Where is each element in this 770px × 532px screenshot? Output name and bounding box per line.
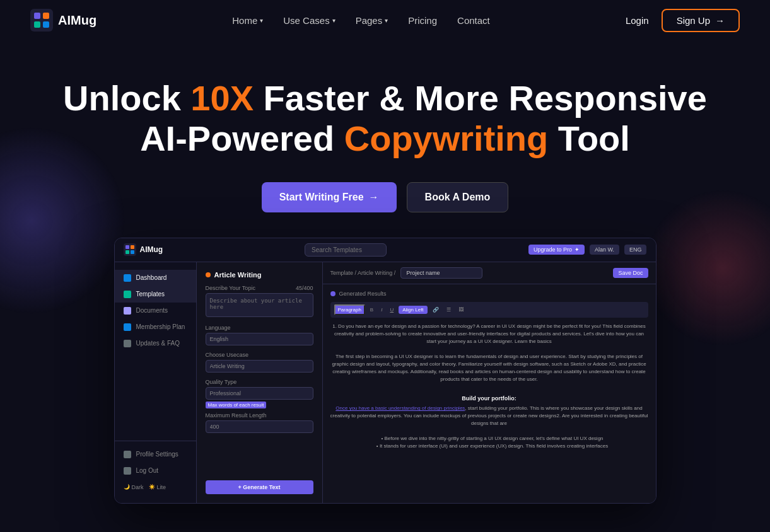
mini-body: Dashboard Templates Documents Membership…	[115, 262, 656, 503]
sidebar-item-documents[interactable]: Documents	[115, 303, 196, 319]
generated-text: 1. Do you have an eye for design and a p…	[330, 323, 648, 449]
sidebar-item-membership[interactable]: Membership Plan	[115, 319, 196, 335]
svg-rect-5	[124, 243, 136, 256]
svg-rect-8	[125, 250, 129, 254]
sidebar-item-updates[interactable]: Updates & FAQ	[115, 335, 196, 352]
signup-arrow-icon: →	[715, 15, 725, 26]
usecase-select[interactable]: Article Writing	[206, 360, 313, 373]
hero-title: Unlock 10X Faster & More Responsive AI-P…	[30, 78, 740, 159]
sidebar-item-dashboard[interactable]: Dashboard	[115, 270, 196, 286]
mini-results-panel: Template / Article Writing / Save Doc Ge…	[323, 262, 656, 503]
nav-pricing[interactable]: Pricing	[408, 15, 437, 26]
hero-buttons: Start Writing Free → Book A Demo	[30, 182, 740, 212]
quality-tooltip: Max words of each result	[206, 402, 267, 408]
nav-home[interactable]: Home ▾	[232, 15, 263, 26]
use-cases-chevron-icon: ▾	[332, 17, 335, 24]
mini-logo-icon	[124, 243, 136, 256]
language-select[interactable]: English	[206, 333, 313, 345]
italic-button[interactable]: I	[378, 306, 385, 314]
mini-nav-right: Upgrade to Pro ✦ Alan W. ENG	[528, 245, 647, 255]
login-button[interactable]: Login	[626, 15, 649, 26]
mini-navbar: AIMug Upgrade to Pro ✦ Alan W. ENG	[115, 238, 656, 262]
quality-select[interactable]: Professional	[206, 387, 313, 400]
nav-links: Home ▾ Use Cases ▾ Pages ▾ Pricing Conta…	[232, 15, 489, 26]
quality-field: Quality Type Professional Max words of e…	[206, 379, 313, 400]
svg-rect-9	[131, 250, 134, 254]
svg-rect-2	[43, 13, 49, 19]
list-button[interactable]: ☰	[444, 306, 453, 314]
max-result-select[interactable]: 400	[206, 420, 313, 433]
svg-rect-4	[43, 21, 49, 28]
mini-app: AIMug Upgrade to Pro ✦ Alan W. ENG	[115, 238, 656, 503]
profile-icon	[124, 451, 131, 458]
results-content: Generated Results Paragraph B I U Align …	[323, 284, 656, 503]
underline-button[interactable]: U	[387, 306, 396, 314]
sidebar-item-templates[interactable]: Templates	[115, 286, 196, 303]
nav-use-cases[interactable]: Use Cases ▾	[283, 15, 335, 26]
align-left-button[interactable]: Align Left	[399, 306, 427, 314]
dashboard-icon	[124, 274, 131, 282]
mini-sidebar: Dashboard Templates Documents Membership…	[115, 262, 197, 503]
sidebar-item-profile[interactable]: Profile Settings	[115, 446, 196, 463]
describe-field: Describe Your Topic 45/400	[206, 285, 313, 318]
home-chevron-icon: ▾	[260, 17, 263, 24]
paragraph-button[interactable]: Paragraph	[334, 304, 365, 315]
mini-content-area: Article Writing Describe Your Topic 45/4…	[197, 262, 656, 503]
nav-pages[interactable]: Pages ▾	[356, 15, 388, 26]
svg-rect-3	[34, 21, 40, 28]
primary-cta-arrow-icon: →	[369, 192, 379, 203]
templates-icon	[124, 291, 131, 298]
logo[interactable]: AIMug	[30, 9, 96, 32]
theme-toggle[interactable]: 🌙 Dark ☀️ Lite	[115, 479, 196, 495]
navigation: AIMug Home ▾ Use Cases ▾ Pages ▾ Pricing…	[0, 0, 770, 40]
language-field: Language English	[206, 325, 313, 345]
logo-text: AIMug	[58, 13, 96, 28]
reviews-section: ★ ★ ★ ★ ★ Rated 4.8 • 1,000+ Reviews ★ ★	[0, 516, 770, 532]
nav-contact[interactable]: Contact	[457, 15, 490, 26]
image-button[interactable]: 🖼	[456, 306, 466, 314]
form-title-dot	[206, 272, 211, 277]
membership-icon	[124, 323, 131, 331]
max-result-field: Maximum Result Length 400	[206, 412, 313, 433]
link-button[interactable]: 🔗	[430, 306, 441, 314]
logo-icon	[30, 9, 53, 32]
hero-section: Unlock 10X Faster & More Responsive AI-P…	[0, 40, 770, 516]
svg-rect-7	[131, 245, 134, 249]
describe-textarea[interactable]	[206, 293, 313, 317]
mini-upgrade-button[interactable]: Upgrade to Pro ✦	[528, 245, 585, 255]
sidebar-bottom: Profile Settings Log Out 🌙 Dark	[115, 441, 196, 495]
mini-search-input[interactable]	[305, 243, 387, 257]
svg-rect-1	[34, 13, 40, 19]
generate-text-button[interactable]: + Generate Text	[206, 480, 313, 494]
signup-button[interactable]: Sign Up →	[662, 9, 740, 32]
mini-form-panel: Article Writing Describe Your Topic 45/4…	[197, 262, 323, 503]
project-name-input[interactable]	[400, 267, 482, 279]
results-header: Template / Article Writing / Save Doc	[323, 262, 656, 284]
upgrade-sparkle-icon: ✦	[575, 246, 580, 253]
app-preview: AIMug Upgrade to Pro ✦ Alan W. ENG	[114, 238, 656, 504]
updates-icon	[124, 340, 131, 347]
generated-results-label: Generated Results	[330, 291, 648, 297]
text-toolbar: Paragraph B I U Align Left 🔗 ☰ 🖼	[330, 302, 648, 318]
form-panel-title: Article Writing	[206, 271, 313, 279]
mini-logo: AIMug	[124, 243, 163, 256]
save-doc-button[interactable]: Save Doc	[613, 268, 648, 278]
logout-icon	[124, 467, 131, 475]
documents-icon	[124, 307, 131, 315]
mini-lang: ENG	[624, 245, 647, 255]
nav-right: Login Sign Up →	[626, 9, 740, 32]
breadcrumb: Template / Article Writing /	[330, 270, 396, 276]
usecase-field: Choose Usecase Article Writing	[206, 352, 313, 373]
svg-rect-0	[30, 9, 53, 32]
pages-chevron-icon: ▾	[385, 17, 388, 24]
start-writing-button[interactable]: Start Writing Free →	[262, 182, 397, 212]
mini-avatar: Alan W.	[590, 245, 619, 255]
book-demo-button[interactable]: Book A Demo	[407, 182, 509, 212]
bold-button[interactable]: B	[368, 306, 376, 314]
mini-main-content: Article Writing Describe Your Topic 45/4…	[197, 262, 656, 503]
svg-rect-6	[125, 245, 129, 249]
sidebar-item-logout[interactable]: Log Out	[115, 463, 196, 479]
